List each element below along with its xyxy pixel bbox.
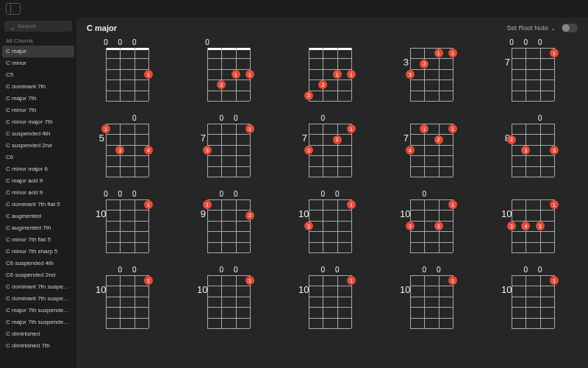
fretboard: 4121 [410, 124, 453, 177]
chord-diagram[interactable]: 010331 [391, 190, 472, 252]
finger-dot: 1 [232, 70, 240, 79]
sidebar-item[interactable]: C major 7th [0, 93, 76, 105]
sidebar-item[interactable]: C5 [0, 69, 76, 81]
header-row: C major Set Root Note ⌄ [87, 24, 578, 32]
fret-line [309, 242, 351, 243]
string-line [424, 199, 425, 252]
chord-diagram[interactable]: 00101 [290, 266, 370, 328]
fret-line [106, 155, 148, 156]
sidebar-item[interactable]: C dominant 7th suspende... [0, 281, 76, 293]
fretboard: 31 [207, 124, 250, 177]
fret-line [512, 210, 554, 210]
sidebar-item[interactable]: C suspended 2nd [0, 140, 76, 152]
chord-diagram[interactable]: 0211 [188, 38, 269, 101]
sidebar-item[interactable]: C6 suspended 2nd [0, 269, 76, 281]
chord-diagram[interactable]: 74121 [391, 114, 472, 177]
start-fret-label: 10 [96, 284, 104, 295]
sidebar-item[interactable]: C minor 7th [0, 105, 76, 116]
sidebar-item[interactable]: C minor major 6 [0, 163, 76, 175]
sidebar-item[interactable]: C augmented 7th [0, 222, 76, 234]
fret-line [309, 91, 351, 91]
sidebar-item[interactable]: C suspended 4th [0, 128, 76, 140]
fretboard: 12 [207, 199, 250, 252]
chord-diagram[interactable]: 07321 [290, 114, 370, 177]
chord-diagram[interactable]: 00101 [188, 266, 269, 328]
chord-diagram[interactable]: 000101 [87, 190, 168, 252]
fret-line [106, 318, 148, 319]
chord-diagram[interactable]: 103431 [492, 190, 573, 252]
set-root-note-dropdown[interactable]: Set Root Note ⌄ [506, 24, 556, 32]
chord-diagram[interactable]: 00101 [87, 266, 168, 328]
finger-dot: 1 [101, 124, 110, 133]
fret-line [512, 91, 554, 91]
sidebar-item[interactable]: C6 [0, 152, 76, 163]
string-line [309, 275, 309, 328]
fretboard-wrap: 731 [207, 124, 250, 177]
sidebar-toggle-icon[interactable] [6, 3, 21, 15]
sidebar-item[interactable]: C minor add 9 [0, 187, 76, 199]
fretboard-wrap: 101 [512, 275, 554, 328]
sidebar-item[interactable]: C major [2, 46, 74, 57]
sidebar-item[interactable]: C diminished 7th [0, 340, 76, 352]
toggle-switch[interactable] [562, 24, 578, 32]
fret-line [106, 91, 148, 91]
fret-line [410, 155, 453, 156]
sidebar-item[interactable]: C minor [0, 57, 76, 69]
finger-dot: 3 [304, 146, 313, 155]
sidebar-item[interactable]: C dominant 7th suspende... [0, 293, 76, 305]
sidebar-item[interactable]: C dominant 7th flat 5 [0, 199, 76, 210]
fret-line [512, 166, 554, 167]
chord-diagram[interactable]: 00101 [492, 266, 573, 328]
fret-line [309, 134, 351, 135]
sidebar-item[interactable]: C major 7th suspended 2nd [0, 316, 76, 328]
nut [512, 124, 554, 124]
page-title: C major [87, 24, 117, 32]
nut [309, 199, 351, 200]
finger-dot: 1 [550, 276, 559, 285]
finger-dot: 1 [420, 124, 429, 133]
open-string-marker: 0 [232, 190, 240, 198]
finger-dot: 1 [434, 49, 443, 57]
finger-dot: 1 [245, 124, 254, 133]
chord-diagram[interactable]: 00912 [188, 190, 269, 252]
sidebar-item[interactable]: C diminished [0, 328, 76, 340]
finger-dot: 1 [347, 200, 356, 209]
chord-diagram[interactable]: 0001 [87, 38, 168, 101]
fretboard: 211 [207, 48, 250, 101]
nut [106, 48, 148, 50]
sidebar-item[interactable]: C6 suspended 4th [0, 258, 76, 269]
sidebar-item[interactable]: C minor 7th flat 5 [0, 234, 76, 246]
nut [512, 275, 554, 276]
string-line [323, 275, 323, 328]
string-line [120, 275, 121, 328]
chord-diagram[interactable]: 05134 [87, 114, 168, 177]
finger-dot: 4 [406, 146, 415, 155]
nut [410, 199, 453, 200]
open-string-marker: 0 [334, 266, 341, 274]
fretboard-wrap: 211 [207, 48, 250, 101]
string-line [424, 48, 425, 101]
sidebar-item[interactable]: C major add 9 [0, 175, 76, 187]
chord-diagram[interactable]: 33211 [391, 38, 472, 101]
fretboard: 134 [106, 124, 148, 177]
chord-diagram[interactable]: 00731 [188, 114, 269, 177]
fret-line [207, 252, 250, 253]
string-line [106, 275, 107, 328]
chord-diagram[interactable]: 08233 [492, 114, 573, 177]
chord-diagram[interactable]: 3211 [290, 38, 370, 101]
open-string-row [512, 190, 554, 199]
sidebar-item[interactable]: C minor 7th sharp 5 [0, 246, 76, 258]
sidebar-item[interactable]: C major 7th suspended 4th [0, 305, 76, 316]
fret-line [512, 297, 554, 297]
fret-line [512, 155, 554, 156]
chord-diagram[interactable]: 00071 [492, 38, 573, 101]
sidebar-item[interactable]: C dominant 7th [0, 81, 76, 93]
chord-diagram[interactable]: 001031 [290, 190, 370, 252]
chord-diagram[interactable]: 00101 [391, 266, 472, 328]
sidebar-item[interactable]: C minor major 7th [0, 116, 76, 128]
nut [207, 48, 250, 50]
finger-dot: 3 [304, 222, 313, 230]
fret-line [309, 210, 351, 210]
fret-line [106, 252, 148, 253]
sidebar-item[interactable]: C augmented [0, 210, 76, 222]
